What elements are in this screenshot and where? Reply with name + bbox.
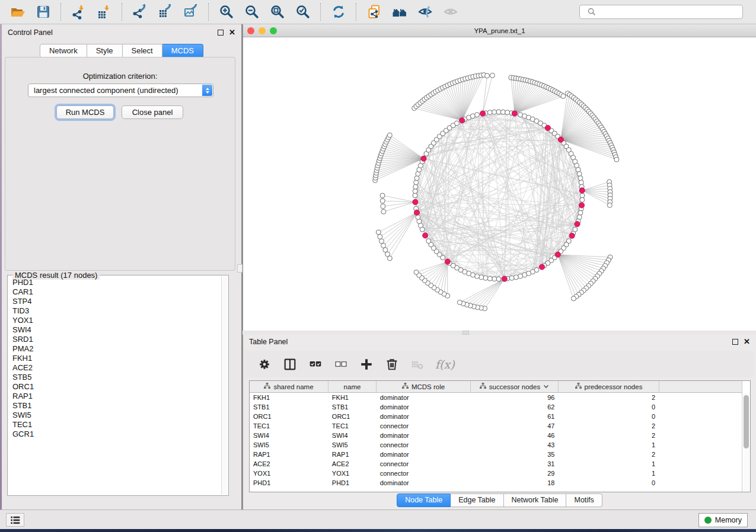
tab-select[interactable]: Select: [123, 44, 162, 58]
table-cell[interactable]: SWI5: [250, 441, 328, 448]
mcds-result-item[interactable]: SWI4: [8, 325, 221, 335]
unselect-all-icon[interactable]: [333, 357, 349, 372]
table-cell[interactable]: 1: [558, 470, 659, 477]
clone-network-icon[interactable]: [366, 4, 382, 20]
table-cell[interactable]: connector: [377, 470, 471, 477]
mcds-list-scrollbar[interactable]: [221, 276, 228, 495]
tab-edge-table[interactable]: Edge Table: [451, 493, 503, 507]
table-cell[interactable]: 31: [471, 460, 559, 467]
table-row[interactable]: YOX1YOX1connector291: [250, 469, 742, 478]
table-cell[interactable]: TEC1: [328, 422, 377, 430]
table-cell[interactable]: 29: [471, 470, 559, 477]
table-cell[interactable]: dominator: [377, 394, 471, 401]
mcds-result-item[interactable]: TEC1: [8, 420, 221, 430]
close-panel-icon[interactable]: ✕: [229, 30, 235, 36]
table-cell[interactable]: 1: [558, 460, 659, 467]
table-cell[interactable]: connector: [377, 441, 471, 448]
hide-selected-eye-slash-icon[interactable]: [417, 4, 433, 20]
search-input[interactable]: [602, 6, 742, 18]
table-cell[interactable]: FKH1: [250, 394, 328, 401]
table-cell[interactable]: STB1: [328, 403, 377, 411]
table-row[interactable]: FKH1FKH1dominator962: [250, 393, 742, 402]
table-cell[interactable]: 2: [558, 451, 659, 458]
table-cell[interactable]: 18: [471, 479, 559, 486]
table-cell[interactable]: 96: [471, 394, 559, 401]
float-table-panel-icon[interactable]: [732, 339, 738, 345]
table-cell[interactable]: ORC1: [328, 413, 377, 420]
table-cell[interactable]: YOX1: [250, 470, 328, 477]
table-row[interactable]: ORC1ORC1dominator610: [250, 412, 742, 421]
zoom-in-icon[interactable]: [218, 4, 234, 20]
search-icon[interactable]: [583, 4, 599, 20]
table-scrollbar-thumb[interactable]: [744, 395, 749, 448]
criterion-dropdown[interactable]: largest connected component (undirected): [28, 84, 213, 97]
list-menu-icon[interactable]: [7, 512, 23, 528]
table-row[interactable]: ACE2ACE2connector311: [250, 459, 742, 469]
column-header-successor-nodes[interactable]: successor nodes: [471, 381, 559, 393]
table-cell[interactable]: 0: [558, 479, 659, 486]
save-session-icon[interactable]: [35, 4, 51, 20]
tab-style[interactable]: Style: [87, 44, 123, 58]
close-panel-button[interactable]: Close panel: [122, 105, 183, 119]
mcds-result-item[interactable]: ACE2: [8, 363, 221, 373]
mcds-result-item[interactable]: STB1: [8, 401, 221, 411]
table-cell[interactable]: 43: [471, 441, 559, 448]
table-cell[interactable]: ORC1: [250, 413, 328, 420]
table-scrollbar[interactable]: [742, 393, 750, 492]
table-row[interactable]: SWI5SWI5connector431: [250, 440, 742, 450]
table-cell[interactable]: dominator: [377, 479, 471, 486]
export-network-icon[interactable]: [132, 4, 148, 20]
dropdown-stepper-icon[interactable]: [202, 85, 212, 96]
close-table-panel-icon[interactable]: ✕: [744, 339, 750, 345]
network-window-titlebar[interactable]: YPA_prune.txt_1: [243, 24, 756, 37]
table-cell[interactable]: TEC1: [250, 422, 328, 430]
add-plus-icon[interactable]: [359, 357, 374, 372]
memory-button[interactable]: Memory: [698, 513, 748, 527]
mcds-result-item[interactable]: GCR1: [8, 430, 221, 439]
table-row[interactable]: PHD1PHD1dominator180: [250, 478, 742, 488]
table-cell[interactable]: 2: [558, 422, 659, 430]
export-table-icon[interactable]: [157, 4, 173, 20]
mcds-result-item[interactable]: PMA2: [8, 344, 221, 354]
table-cell[interactable]: SWI5: [328, 441, 377, 448]
mcds-result-item[interactable]: YOX1: [8, 316, 221, 325]
float-panel-icon[interactable]: [218, 30, 224, 36]
table-row[interactable]: SWI4SWI4dominator462: [250, 431, 742, 440]
task-history-button[interactable]: [6, 513, 24, 527]
mcds-result-item[interactable]: CAR1: [8, 287, 221, 297]
column-header-MCDS-role[interactable]: MCDS role: [377, 381, 471, 393]
open-session-icon[interactable]: [9, 4, 25, 20]
table-cell[interactable]: 47: [471, 422, 559, 430]
apply-layout-refresh-icon[interactable]: [330, 4, 346, 20]
horizontal-splitter-handle[interactable]: [462, 331, 469, 335]
import-network-icon[interactable]: [71, 4, 87, 20]
tab-motifs[interactable]: Motifs: [566, 493, 602, 507]
table-cell[interactable]: 61: [471, 413, 559, 420]
table-cell[interactable]: connector: [377, 460, 471, 467]
select-all-checked-icon[interactable]: [308, 357, 323, 372]
network-graph[interactable]: [243, 37, 756, 331]
tab-node-table[interactable]: Node Table: [397, 493, 451, 507]
table-cell[interactable]: SWI4: [328, 432, 377, 439]
mcds-result-item[interactable]: STP4: [8, 297, 221, 306]
network-canvas[interactable]: [243, 37, 756, 331]
table-cell[interactable]: 1: [558, 441, 659, 448]
mcds-result-item[interactable]: SWI5: [8, 411, 221, 420]
column-header-predecessor-nodes[interactable]: predecessor nodes: [559, 381, 659, 393]
mcds-result-item[interactable]: PHD1: [8, 278, 221, 287]
table-cell[interactable]: 35: [471, 451, 559, 458]
table-cell[interactable]: 2: [558, 394, 659, 401]
manage-columns-icon[interactable]: [282, 357, 298, 372]
table-cell[interactable]: 46: [471, 432, 559, 439]
mcds-result-item[interactable]: ORC1: [8, 382, 221, 392]
table-cell[interactable]: RAP1: [328, 451, 377, 458]
table-cell[interactable]: 0: [558, 403, 659, 411]
column-header-name[interactable]: name: [328, 381, 377, 393]
mcds-result-item[interactable]: SRD1: [8, 335, 221, 344]
import-table-icon[interactable]: [96, 4, 112, 20]
column-header-shared-name[interactable]: shared name: [250, 381, 328, 393]
table-row[interactable]: RAP1RAP1dominator352: [250, 450, 742, 459]
mcds-result-item[interactable]: TID3: [8, 306, 221, 316]
table-cell[interactable]: YOX1: [328, 470, 377, 477]
table-cell[interactable]: PHD1: [250, 479, 328, 486]
